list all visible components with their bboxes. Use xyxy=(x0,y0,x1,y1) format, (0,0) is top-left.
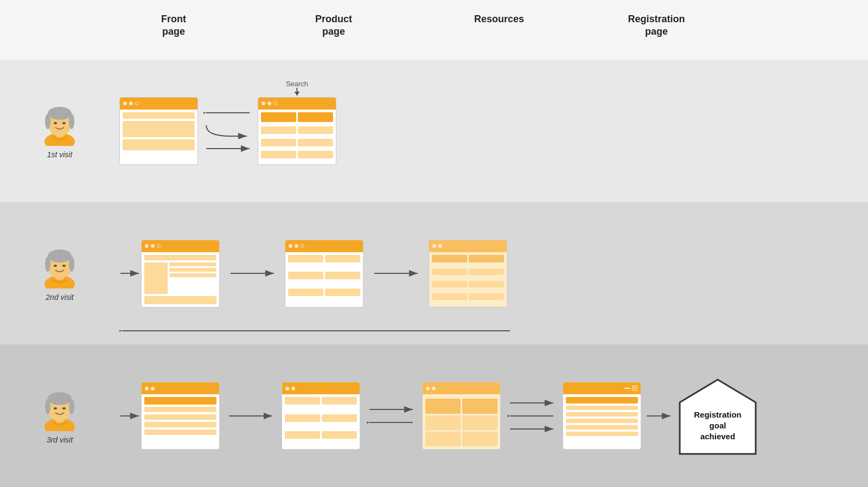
visit-row-1: 1st visit xyxy=(0,60,868,202)
avatar-1 xyxy=(38,102,81,146)
dot2 xyxy=(129,101,133,105)
browser-product-v2 xyxy=(285,240,363,307)
browser-resources-v2 xyxy=(429,240,507,307)
browser-front-v2 xyxy=(141,240,220,307)
pdot3 xyxy=(273,101,277,105)
f3l2 xyxy=(144,414,216,420)
svg-point-7 xyxy=(62,122,66,124)
r2c1 xyxy=(432,255,467,262)
browser-registration-v3: ✕ xyxy=(563,382,641,450)
col-header-registration: Registrationpage xyxy=(602,13,711,39)
col-header-product: Productpage xyxy=(271,13,396,39)
f3d2 xyxy=(151,387,155,390)
content-bar2 xyxy=(123,121,195,137)
p2d2 xyxy=(295,244,298,248)
r3c4 xyxy=(462,415,497,430)
f2ll3 xyxy=(169,273,216,277)
r2d1 xyxy=(432,244,436,248)
pc2 xyxy=(298,112,333,122)
browser-bar-f2 xyxy=(142,240,219,252)
browser-product-v3 xyxy=(282,382,360,450)
svg-point-3 xyxy=(48,107,72,120)
p2c6 xyxy=(325,289,360,296)
r2c2 xyxy=(469,255,504,262)
pc7 xyxy=(261,151,296,158)
col-header-front: Frontpage xyxy=(119,13,228,39)
search-arrow-shaft xyxy=(296,88,297,95)
pc3 xyxy=(261,126,296,134)
goal-container: Registration goal achieved xyxy=(677,375,758,457)
avatar-3 xyxy=(38,388,81,431)
visit-2-label: 2nd visit xyxy=(46,293,73,302)
r3c3 xyxy=(425,415,461,430)
reg3l5 xyxy=(566,432,638,436)
close-x: ✕ xyxy=(633,386,637,391)
pdot2 xyxy=(267,101,271,105)
arrows-fp-v3 xyxy=(226,411,275,421)
svg-point-17 xyxy=(45,257,50,272)
svg-point-6 xyxy=(54,122,57,124)
p2c1 xyxy=(288,255,323,262)
reg3l2 xyxy=(566,412,638,416)
arrow-fwd-pr-v2 xyxy=(372,268,420,279)
svg-point-19 xyxy=(54,265,57,267)
visit-1-label: 1st visit xyxy=(47,150,73,159)
p3d1 xyxy=(285,387,289,390)
arrows-v1 xyxy=(203,107,252,154)
svg-point-20 xyxy=(62,265,66,267)
r2c7 xyxy=(432,293,467,300)
f2lines xyxy=(169,262,216,294)
p3c3 xyxy=(285,414,320,422)
f2l1 xyxy=(144,255,216,260)
reg3l3 xyxy=(566,419,638,423)
browser-content-r3 xyxy=(423,394,500,449)
browser-bar-p3 xyxy=(282,382,360,394)
arrows-pr-v2 xyxy=(372,268,420,279)
search-label-v1: Search xyxy=(286,80,308,95)
avatar-area-3: 3rd visit xyxy=(0,388,119,444)
svg-point-4 xyxy=(45,114,50,129)
arrow-uturn-v1 xyxy=(203,123,252,139)
svg-point-18 xyxy=(69,257,74,272)
p3c1 xyxy=(285,397,320,405)
svg-point-32 xyxy=(48,392,72,405)
f3header xyxy=(144,397,216,405)
browser-product-v1 xyxy=(258,97,336,165)
r2c5 xyxy=(432,281,467,287)
visit-row-3: 3rd visit xyxy=(0,344,868,487)
p3c6 xyxy=(322,431,357,439)
avatar-2 xyxy=(38,245,81,289)
f2g1 xyxy=(144,262,168,294)
browser-content-p2 xyxy=(285,252,363,307)
p3c4 xyxy=(322,414,357,422)
diagram-container: Frontpage Productpage Resources Registra… xyxy=(0,0,868,487)
browser-bar-r2 xyxy=(429,240,507,252)
p2c3 xyxy=(288,272,323,279)
svg-text:achieved: achieved xyxy=(700,432,735,441)
visit-3-label: 3rd visit xyxy=(47,435,73,444)
dot3 xyxy=(135,101,139,105)
f3l4 xyxy=(144,430,216,435)
f3l1 xyxy=(144,407,216,412)
pc5 xyxy=(261,139,296,146)
p2c5 xyxy=(288,289,323,296)
product-browser-container-v1: Search xyxy=(258,97,336,165)
pdot1 xyxy=(261,101,265,105)
f3l3 xyxy=(144,422,216,427)
header-row: Frontpage Productpage Resources Registra… xyxy=(0,0,868,60)
browser-front-v1 xyxy=(119,97,198,165)
r2c6 xyxy=(469,281,504,287)
r2d2 xyxy=(438,244,442,248)
r3d2 xyxy=(432,387,436,390)
arrow-enter-v2 xyxy=(119,268,141,279)
arrow-back-pr-v3 xyxy=(367,417,416,428)
r3c1 xyxy=(425,399,461,413)
col-header-resources: Resources xyxy=(439,13,559,25)
arrow-to-goal xyxy=(646,411,673,421)
arrows-fp-v2 xyxy=(228,268,277,279)
browser-content-reg3 xyxy=(563,394,641,449)
r3grid xyxy=(425,399,497,446)
f2d3 xyxy=(157,244,161,248)
svg-point-33 xyxy=(45,399,50,414)
search-arrowhead xyxy=(294,92,299,95)
